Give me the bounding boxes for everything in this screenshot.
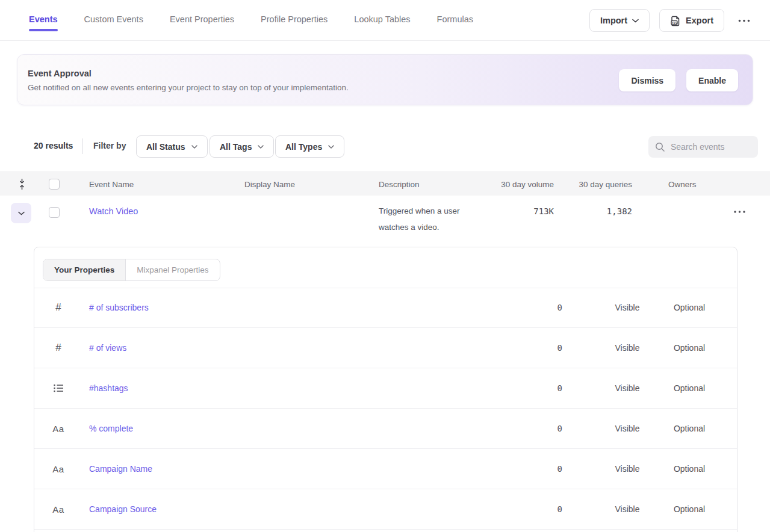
text-property-icon: Aa: [49, 409, 68, 448]
select-all-checkbox[interactable]: [49, 179, 60, 190]
tab-your-properties[interactable]: Your Properties: [43, 259, 126, 280]
property-name-link[interactable]: # of views: [89, 328, 126, 368]
tab-event-properties-label: Event Properties: [170, 14, 234, 24]
ellipsis-icon: [734, 211, 745, 213]
nav-tabs: Events Custom Events Event Properties Pr…: [29, 0, 473, 41]
property-row: # # of views 0 Visible Optional: [34, 328, 737, 368]
tab-formulas[interactable]: Formulas: [437, 0, 473, 41]
export-button[interactable]: csv Export: [659, 9, 724, 32]
toolbar-divider: [82, 138, 83, 154]
types-filter-value: All Types: [285, 142, 322, 152]
property-name-link[interactable]: % complete: [89, 409, 133, 448]
property-name-link[interactable]: Campaign Source: [89, 489, 157, 529]
text-property-icon: Aa: [49, 449, 68, 489]
tab-event-properties[interactable]: Event Properties: [170, 0, 234, 41]
property-count: 0: [502, 368, 562, 408]
row-checkbox[interactable]: [49, 207, 60, 218]
tab-profile-properties[interactable]: Profile Properties: [261, 0, 328, 41]
status-filter-value: All Status: [146, 142, 185, 152]
collapse-all-button[interactable]: [11, 172, 33, 196]
filter-by-label: Filter by: [93, 141, 126, 150]
status-filter-dropdown[interactable]: All Status: [136, 135, 208, 158]
tags-filter-value: All Tags: [220, 142, 252, 152]
header-queries: 30 day queries: [554, 172, 632, 196]
property-requirement: Optional: [653, 449, 725, 489]
property-requirement: Optional: [653, 368, 725, 408]
properties-tab-group: Your Properties Mixpanel Properties: [43, 259, 220, 281]
property-visibility: Visible: [591, 409, 663, 448]
property-visibility: Visible: [591, 288, 663, 327]
properties-panel: Your Properties Mixpanel Properties # # …: [34, 247, 737, 532]
tab-lookup-tables-label: Lookup Tables: [354, 14, 410, 24]
property-visibility: Visible: [591, 368, 663, 408]
property-row: # # of subscribers 0 Visible Optional: [34, 288, 737, 328]
import-button-label: Import: [600, 16, 627, 25]
property-requirement: Optional: [653, 409, 725, 448]
property-visibility: Visible: [591, 449, 663, 489]
header-volume: 30 day volume: [476, 172, 554, 196]
property-row: Aa Campaign Source 0 Visible Optional: [34, 489, 737, 530]
property-requirement: Optional: [653, 328, 725, 368]
banner-description: Get notified on all new events entering …: [28, 83, 349, 92]
tab-profile-properties-label: Profile Properties: [261, 14, 328, 24]
search-icon: [655, 142, 665, 152]
ellipsis-icon: [738, 19, 750, 22]
svg-text:csv: csv: [671, 20, 678, 24]
property-row: Aa % complete 0 Visible Optional: [34, 409, 737, 449]
property-name-link[interactable]: # of subscribers: [89, 288, 149, 327]
property-row: #hashtags 0 Visible Optional: [34, 368, 737, 409]
chevron-down-icon: [632, 19, 639, 23]
property-count: 0: [502, 328, 562, 368]
tab-events[interactable]: Events: [29, 0, 58, 41]
import-button[interactable]: Import: [589, 9, 650, 32]
property-name-link[interactable]: Campaign Name: [89, 449, 152, 489]
property-row: Aa Campaign Name 0 Visible Optional: [34, 449, 737, 489]
csv-file-icon: csv: [670, 15, 681, 26]
list-property-icon: [49, 368, 68, 408]
search-input[interactable]: [671, 142, 749, 152]
property-count: 0: [502, 489, 562, 529]
header-event-name: Event Name: [89, 172, 134, 196]
number-property-icon: #: [49, 328, 68, 368]
filter-toolbar: 20 results Filter by All Status All Tags…: [0, 135, 770, 165]
chevron-down-icon: [328, 145, 334, 149]
dismiss-button[interactable]: Dismiss: [619, 69, 675, 91]
chevron-down-icon: [18, 211, 25, 215]
tags-filter-dropdown[interactable]: All Tags: [210, 135, 274, 158]
collapse-rows-icon: [18, 178, 26, 190]
property-requirement: Optional: [653, 489, 725, 529]
header-owners: Owners: [668, 172, 697, 196]
search-box: [648, 136, 758, 158]
export-button-label: Export: [686, 16, 713, 25]
event-volume: 713K: [476, 206, 554, 216]
types-filter-dropdown[interactable]: All Types: [275, 135, 344, 158]
nav-actions: Import csv Export: [589, 9, 754, 32]
enable-button[interactable]: Enable: [686, 69, 738, 91]
banner-actions: Dismiss Enable: [619, 69, 738, 91]
property-name-link[interactable]: #hashtags: [89, 368, 128, 408]
property-visibility: Visible: [591, 489, 663, 529]
tab-mixpanel-properties[interactable]: Mixpanel Properties: [126, 259, 219, 280]
tab-lookup-tables[interactable]: Lookup Tables: [354, 0, 410, 41]
row-menu-button[interactable]: [727, 202, 751, 222]
banner-title: Event Approval: [28, 69, 92, 78]
chevron-down-icon: [191, 145, 197, 149]
top-navigation: Events Custom Events Event Properties Pr…: [0, 0, 770, 41]
event-name-link[interactable]: Watch Video: [89, 206, 138, 216]
tab-custom-events[interactable]: Custom Events: [84, 0, 143, 41]
number-property-icon: #: [49, 288, 68, 327]
active-tab-underline: [29, 29, 58, 31]
header-description: Description: [379, 172, 420, 196]
tab-formulas-label: Formulas: [437, 14, 473, 24]
property-count: 0: [502, 449, 562, 489]
tab-custom-events-label: Custom Events: [84, 14, 143, 24]
events-table-header: Event Name Display Name Description 30 d…: [0, 172, 770, 196]
property-requirement: Optional: [653, 288, 725, 327]
event-approval-banner: Event Approval Get notified on all new e…: [17, 54, 753, 105]
header-display-name: Display Name: [244, 172, 295, 196]
property-count: 0: [502, 288, 562, 327]
property-count: 0: [502, 409, 562, 448]
tab-events-label: Events: [29, 14, 58, 24]
more-options-button[interactable]: [734, 9, 754, 32]
row-expand-button[interactable]: [11, 203, 31, 223]
